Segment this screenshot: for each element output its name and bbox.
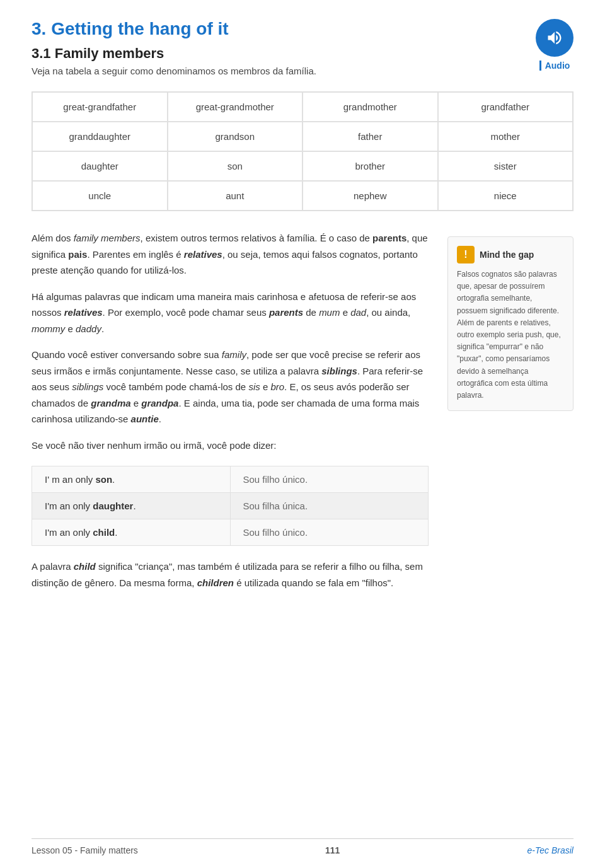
examples-section: I' m an only son.Sou filho único.I'm an … (32, 466, 429, 546)
examples-table: I' m an only son.Sou filho único.I'm an … (32, 466, 429, 546)
example-portuguese: Sou filho único. (230, 519, 429, 546)
family-cell: aunt (168, 181, 303, 211)
audio-section: Audio (536, 19, 573, 71)
paragraph-1: Além dos family members, existem outros … (32, 230, 429, 279)
family-cell: father (302, 122, 438, 151)
warning-icon: ! (457, 246, 475, 263)
family-cell: grandmother (302, 92, 438, 122)
footer-page: 111 (325, 845, 340, 855)
content-left: Além dos family members, existem outros … (32, 230, 429, 601)
section-subtitle: Veja na tabela a seguir como denominamos… (32, 66, 573, 76)
example-portuguese: Sou filho único. (230, 466, 429, 493)
family-cell: mother (438, 122, 573, 151)
mind-gap-text: Falsos cognatos são palavras que, apesar… (457, 269, 564, 402)
family-cell: niece (438, 181, 573, 211)
family-cell: grandfather (438, 92, 573, 122)
family-cell: nephew (302, 181, 438, 211)
closing-paragraph: A palavra child significa "criança", mas… (32, 558, 429, 591)
chapter-title: 3. Getting the hang of it (32, 19, 573, 39)
family-cell: daughter (32, 151, 168, 181)
content-right: ! Mind the gap Falsos cognatos são palav… (447, 230, 573, 601)
family-cell: granddaughter (32, 122, 168, 151)
example-row: I'm an only daughter.Sou filha única. (32, 493, 429, 519)
family-cell: great-grandmother (168, 92, 303, 122)
family-cell: grandson (168, 122, 303, 151)
footer-brand: e-Tec Brasil (527, 845, 573, 855)
section-title: 3.1 Family members (32, 45, 573, 62)
audio-label: Audio (539, 61, 570, 71)
family-cell: son (168, 151, 303, 181)
example-row: I'm an only child.Sou filho único. (32, 519, 429, 546)
family-cell: great-grandfather (32, 92, 168, 122)
main-content: Além dos family members, existem outros … (32, 230, 573, 601)
family-cell: brother (302, 151, 438, 181)
sentence-intro: Se você não tiver nenhum irmão ou irmã, … (32, 437, 429, 454)
speaker-icon (546, 29, 563, 47)
family-cell: sister (438, 151, 573, 181)
mind-gap-title: ! Mind the gap (457, 246, 564, 263)
example-english: I'm an only daughter. (32, 493, 231, 519)
example-english: I'm an only child. (32, 519, 231, 546)
audio-button[interactable] (536, 19, 573, 57)
example-english: I' m an only son. (32, 466, 231, 493)
mind-gap-box: ! Mind the gap Falsos cognatos são palav… (447, 236, 573, 411)
example-portuguese: Sou filha única. (230, 493, 429, 519)
example-row: I' m an only son.Sou filho único. (32, 466, 429, 493)
footer-lesson: Lesson 05 - Family matters (32, 845, 138, 855)
family-members-table: great-grandfathergreat-grandmothergrandm… (32, 91, 573, 211)
paragraph-2: Há algumas palavras que indicam uma mane… (32, 289, 429, 337)
page-footer: Lesson 05 - Family matters 111 e-Tec Bra… (32, 838, 573, 855)
family-cell: uncle (32, 181, 168, 211)
paragraph-3: Quando você estiver conversando sobre su… (32, 347, 429, 427)
